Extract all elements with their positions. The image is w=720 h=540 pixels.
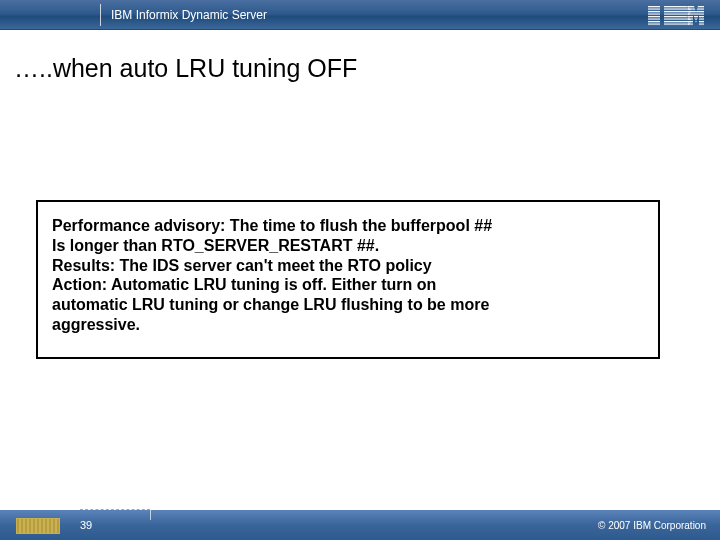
advisory-box: Performance advisory: The time to flush … [36,200,660,359]
footer-copyright: © 2007 IBM Corporation [598,510,706,540]
advisory-line: Results: The IDS server can't meet the R… [52,256,644,276]
advisory-line: Action: Automatic LRU tuning is off. Eit… [52,275,644,295]
slide-title: …..when auto LRU tuning OFF [14,54,357,83]
footer-bar: 39 © 2007 IBM Corporation [0,510,720,540]
header-title-group: IBM Informix Dynamic Server [100,0,267,30]
header-bar: IBM Informix Dynamic Server [0,0,720,30]
advisory-line: automatic LRU tuning or change LRU flush… [52,295,644,315]
ibm-logo-icon [648,6,704,26]
advisory-text: Performance advisory: The time to flush … [52,216,644,335]
header-product-title: IBM Informix Dynamic Server [111,0,267,30]
footer-swatch-icon [16,518,60,534]
page-number: 39 [80,510,92,540]
advisory-line: aggressive. [52,315,644,335]
svg-rect-2 [648,6,660,26]
advisory-line: Is longer than RTO_SERVER_RESTART ##. [52,236,644,256]
footer-divider [150,502,151,520]
advisory-line: Performance advisory: The time to flush … [52,216,644,236]
header-divider [100,4,101,26]
